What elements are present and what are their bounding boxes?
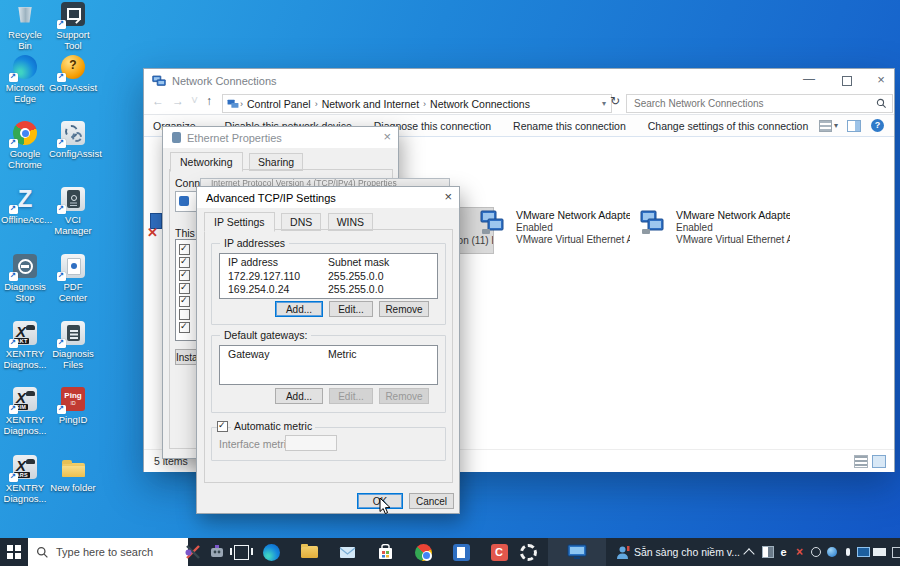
help-button[interactable]: ?: [871, 119, 884, 132]
taskbar-mail-button[interactable]: [334, 538, 360, 566]
taskbar-chrome-button[interactable]: [410, 538, 436, 566]
gateways-list[interactable]: Gateway Metric: [219, 345, 438, 385]
change-settings-button[interactable]: Change settings of this connection: [648, 120, 809, 132]
desktop-icon-google-chrome[interactable]: Google Chrome: [1, 119, 49, 170]
desktop-icon-support-tool[interactable]: Support Tool: [49, 0, 97, 51]
pingid-icon: PingID: [49, 385, 97, 413]
taskbar-settings-button[interactable]: [515, 538, 541, 566]
desktop-icon-xentry-akt[interactable]: XAKT XENTRY Diagnos...: [1, 319, 49, 370]
item-checkbox[interactable]: [179, 309, 190, 320]
desktop-icon-xentry-ars[interactable]: XARS XENTRY Diagnos...: [1, 453, 49, 504]
ip-addresses-list[interactable]: IP address Subnet mask 172.29.127.110 25…: [219, 253, 438, 299]
interface-metric-input[interactable]: [285, 435, 337, 451]
close-icon[interactable]: ×: [444, 189, 452, 204]
refresh-icon[interactable]: ↻: [610, 94, 620, 108]
dialog-titlebar[interactable]: Ethernet Properties ×: [163, 127, 398, 148]
search-box[interactable]: Search Network Connections: [626, 94, 893, 113]
breadcrumb-item-control-panel[interactable]: Control Panel: [244, 98, 314, 110]
taskbar-explorer-button[interactable]: [296, 538, 322, 566]
desktop-icon-offlineacc[interactable]: Z OfflineAcc...: [1, 185, 49, 226]
window-titlebar[interactable]: Network Connections — ×: [144, 69, 894, 92]
preview-pane-button[interactable]: [847, 120, 861, 132]
tray-vm-icon[interactable]: [760, 538, 775, 566]
mask-row-value[interactable]: 255.255.0.0: [328, 283, 383, 295]
ip-remove-button[interactable]: Remove: [379, 301, 429, 317]
tray-microphone-icon[interactable]: [840, 538, 855, 566]
cancel-button[interactable]: Cancel: [409, 493, 454, 509]
column-header-gateway[interactable]: Gateway: [228, 348, 269, 360]
desktop-icon-vci-manager[interactable]: VCI Manager: [49, 185, 97, 236]
gateway-remove-button[interactable]: Remove: [379, 388, 429, 404]
details-view-toggle-icon[interactable]: [854, 455, 868, 468]
close-icon[interactable]: ×: [383, 129, 391, 144]
desktop-icon-diagnosis-files[interactable]: Diagnosis Files: [49, 319, 97, 370]
taskbar-edge-button[interactable]: [258, 538, 284, 566]
icons-view-toggle-icon[interactable]: [872, 455, 886, 468]
taskbar-c-app-button[interactable]: C: [486, 538, 512, 566]
taskbar-document-app-button[interactable]: [448, 538, 474, 566]
adapter-tile-vmnet8[interactable]: VMware Network Adapter VMnet8 Enabled VM…: [638, 207, 790, 250]
item-checkbox[interactable]: [179, 283, 190, 294]
breadcrumb-item-network-connections[interactable]: Network Connections: [427, 98, 533, 110]
desktop-icon-pingid[interactable]: PingID PingID: [49, 385, 97, 426]
rename-connection-button[interactable]: Rename this connection: [513, 120, 626, 132]
desktop-icon-recycle-bin[interactable]: Recycle Bin: [1, 0, 49, 51]
close-button[interactable]: ×: [873, 72, 889, 88]
gateway-add-button[interactable]: Add...: [275, 388, 323, 404]
column-header-mask[interactable]: Subnet mask: [328, 256, 389, 268]
taskbar-xentry-button[interactable]: [180, 538, 206, 566]
tray-e-icon[interactable]: e: [776, 538, 791, 566]
ip-add-button[interactable]: Add...: [275, 301, 323, 317]
automatic-metric-checkbox[interactable]: [217, 421, 228, 432]
item-checkbox[interactable]: [179, 257, 190, 268]
column-header-metric[interactable]: Metric: [328, 348, 357, 360]
tray-expand-chevron-icon[interactable]: [743, 548, 754, 559]
ip-edit-button[interactable]: Edit...: [329, 301, 373, 317]
tray-error-icon[interactable]: ×: [792, 538, 807, 566]
tray-battery-icon[interactable]: [872, 538, 887, 566]
dialog-titlebar[interactable]: Advanced TCP/IP Settings ×: [197, 187, 459, 208]
view-layout-button[interactable]: ▾: [819, 120, 838, 132]
start-button[interactable]: [1, 538, 27, 566]
tray-message[interactable]: Sẵn sàng cho niềm v...: [634, 538, 740, 566]
gateway-edit-button[interactable]: Edit...: [329, 388, 373, 404]
taskbar-search-box[interactable]: Type here to search: [28, 538, 188, 566]
ip-row-value[interactable]: 172.29.127.110: [228, 270, 300, 282]
maximize-button[interactable]: [842, 76, 852, 86]
desktop-icon-xentry-sim[interactable]: XSIM XENTRY Diagnos...: [1, 385, 49, 436]
ip-row-value[interactable]: 169.254.0.24: [228, 283, 289, 295]
minimize-button[interactable]: —: [801, 72, 817, 88]
up-button[interactable]: ↑: [206, 94, 212, 108]
adapter-tile-vmnet1[interactable]: VMware Network Adapter VMnet1 Enabled VM…: [478, 207, 630, 250]
adapter-icon: [640, 210, 664, 236]
desktop-icon-new-folder[interactable]: New folder: [49, 453, 97, 494]
desktop-icon-configassist[interactable]: ConfigAssist: [49, 119, 97, 160]
tab-ip-settings[interactable]: IP Settings: [204, 212, 275, 232]
taskbar-store-button[interactable]: [372, 538, 398, 566]
tray-clock-icon[interactable]: [808, 538, 823, 566]
breadcrumb-item-network-internet[interactable]: Network and Internet: [319, 98, 422, 110]
forward-button[interactable]: →: [172, 94, 184, 108]
desktop-icon-pdf-center[interactable]: PDF Center: [49, 252, 97, 303]
desktop-icon-gotoassist[interactable]: GoToAssist: [49, 53, 97, 94]
taskbar-network-connections-button-active[interactable]: [548, 538, 606, 566]
mask-row-value[interactable]: 255.255.0.0: [328, 270, 383, 282]
task-view-button[interactable]: [228, 538, 254, 566]
column-header-ip[interactable]: IP address: [228, 256, 278, 268]
breadcrumb[interactable]: › Control Panel › Network and Internet ›…: [222, 94, 612, 113]
tray-network-sphere-icon[interactable]: [824, 538, 839, 566]
item-checkbox[interactable]: [179, 270, 190, 281]
item-checkbox[interactable]: [179, 322, 190, 333]
desktop-icon-diagnosis-stop[interactable]: Diagnosis Stop: [1, 252, 49, 303]
people-button[interactable]: [610, 538, 636, 566]
icon-label: Google Chrome: [1, 149, 49, 170]
tab-networking[interactable]: Networking: [170, 152, 243, 172]
desktop-icon-microsoft-edge[interactable]: Microsoft Edge: [1, 53, 49, 104]
item-checkbox[interactable]: [179, 244, 190, 255]
tray-display-share-icon[interactable]: [856, 538, 871, 566]
taskbar-robot-button[interactable]: [204, 538, 230, 566]
back-button[interactable]: ←: [152, 94, 164, 108]
adapter-icon: [480, 210, 504, 236]
tray-partial-icon[interactable]: [890, 538, 900, 566]
item-checkbox[interactable]: [179, 296, 190, 307]
